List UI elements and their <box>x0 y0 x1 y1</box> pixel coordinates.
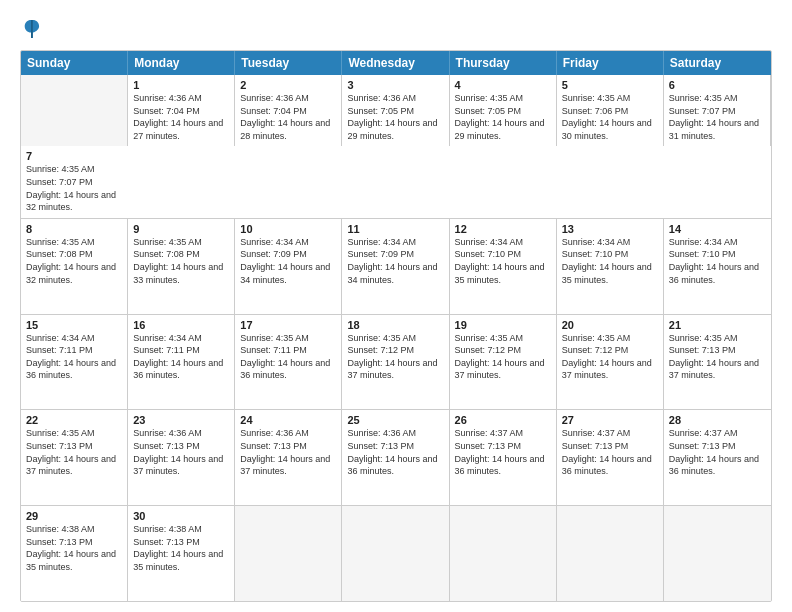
header-day-monday: Monday <box>128 51 235 75</box>
cell-info: Sunrise: 4:38 AMSunset: 7:13 PMDaylight:… <box>133 523 229 573</box>
day-number: 4 <box>455 79 551 91</box>
cal-cell-day-19: 19Sunrise: 4:35 AMSunset: 7:12 PMDayligh… <box>450 315 557 410</box>
cell-info: Sunrise: 4:37 AMSunset: 7:13 PMDaylight:… <box>562 427 658 477</box>
day-number: 16 <box>133 319 229 331</box>
cell-info: Sunrise: 4:37 AMSunset: 7:13 PMDaylight:… <box>669 427 766 477</box>
cal-cell-empty <box>342 506 449 601</box>
header <box>20 18 772 40</box>
cal-cell-day-27: 27Sunrise: 4:37 AMSunset: 7:13 PMDayligh… <box>557 410 664 505</box>
cell-info: Sunrise: 4:34 AMSunset: 7:11 PMDaylight:… <box>133 332 229 382</box>
cell-info: Sunrise: 4:35 AMSunset: 7:06 PMDaylight:… <box>562 92 658 142</box>
day-number: 3 <box>347 79 443 91</box>
cal-cell-empty <box>450 506 557 601</box>
day-number: 2 <box>240 79 336 91</box>
cal-cell-day-1: 1Sunrise: 4:36 AMSunset: 7:04 PMDaylight… <box>128 75 235 146</box>
calendar-row: 8Sunrise: 4:35 AMSunset: 7:08 PMDaylight… <box>21 219 771 315</box>
calendar-body: 1Sunrise: 4:36 AMSunset: 7:04 PMDaylight… <box>21 75 771 601</box>
cal-cell-empty <box>557 506 664 601</box>
day-number: 18 <box>347 319 443 331</box>
calendar-header: SundayMondayTuesdayWednesdayThursdayFrid… <box>21 51 771 75</box>
cal-cell-day-16: 16Sunrise: 4:34 AMSunset: 7:11 PMDayligh… <box>128 315 235 410</box>
cal-cell-day-9: 9Sunrise: 4:35 AMSunset: 7:08 PMDaylight… <box>128 219 235 314</box>
cal-cell-day-2: 2Sunrise: 4:36 AMSunset: 7:04 PMDaylight… <box>235 75 342 146</box>
cal-cell-day-3: 3Sunrise: 4:36 AMSunset: 7:05 PMDaylight… <box>342 75 449 146</box>
cal-cell-day-18: 18Sunrise: 4:35 AMSunset: 7:12 PMDayligh… <box>342 315 449 410</box>
day-number: 21 <box>669 319 766 331</box>
cal-cell-day-7: 7Sunrise: 4:35 AMSunset: 7:07 PMDaylight… <box>21 146 128 217</box>
cal-cell-day-11: 11Sunrise: 4:34 AMSunset: 7:09 PMDayligh… <box>342 219 449 314</box>
cal-cell-day-26: 26Sunrise: 4:37 AMSunset: 7:13 PMDayligh… <box>450 410 557 505</box>
day-number: 17 <box>240 319 336 331</box>
cal-cell-day-22: 22Sunrise: 4:35 AMSunset: 7:13 PMDayligh… <box>21 410 128 505</box>
day-number: 13 <box>562 223 658 235</box>
cal-cell-day-23: 23Sunrise: 4:36 AMSunset: 7:13 PMDayligh… <box>128 410 235 505</box>
cell-info: Sunrise: 4:36 AMSunset: 7:13 PMDaylight:… <box>133 427 229 477</box>
cal-cell-day-10: 10Sunrise: 4:34 AMSunset: 7:09 PMDayligh… <box>235 219 342 314</box>
cell-info: Sunrise: 4:35 AMSunset: 7:05 PMDaylight:… <box>455 92 551 142</box>
cell-info: Sunrise: 4:34 AMSunset: 7:10 PMDaylight:… <box>455 236 551 286</box>
day-number: 5 <box>562 79 658 91</box>
day-number: 24 <box>240 414 336 426</box>
cal-cell-day-14: 14Sunrise: 4:34 AMSunset: 7:10 PMDayligh… <box>664 219 771 314</box>
cal-cell-empty <box>235 506 342 601</box>
cal-cell-day-13: 13Sunrise: 4:34 AMSunset: 7:10 PMDayligh… <box>557 219 664 314</box>
cell-info: Sunrise: 4:35 AMSunset: 7:12 PMDaylight:… <box>347 332 443 382</box>
cell-info: Sunrise: 4:35 AMSunset: 7:08 PMDaylight:… <box>26 236 122 286</box>
day-number: 9 <box>133 223 229 235</box>
cell-info: Sunrise: 4:37 AMSunset: 7:13 PMDaylight:… <box>455 427 551 477</box>
cell-info: Sunrise: 4:36 AMSunset: 7:05 PMDaylight:… <box>347 92 443 142</box>
cal-cell-day-8: 8Sunrise: 4:35 AMSunset: 7:08 PMDaylight… <box>21 219 128 314</box>
logo-icon <box>22 18 40 40</box>
calendar-row: 22Sunrise: 4:35 AMSunset: 7:13 PMDayligh… <box>21 410 771 506</box>
cal-cell-day-6: 6Sunrise: 4:35 AMSunset: 7:07 PMDaylight… <box>664 75 771 146</box>
cell-info: Sunrise: 4:34 AMSunset: 7:09 PMDaylight:… <box>240 236 336 286</box>
cell-info: Sunrise: 4:35 AMSunset: 7:08 PMDaylight:… <box>133 236 229 286</box>
cal-cell-day-25: 25Sunrise: 4:36 AMSunset: 7:13 PMDayligh… <box>342 410 449 505</box>
day-number: 20 <box>562 319 658 331</box>
cal-cell-day-15: 15Sunrise: 4:34 AMSunset: 7:11 PMDayligh… <box>21 315 128 410</box>
day-number: 30 <box>133 510 229 522</box>
cell-info: Sunrise: 4:35 AMSunset: 7:07 PMDaylight:… <box>26 163 123 213</box>
header-day-saturday: Saturday <box>664 51 771 75</box>
day-number: 1 <box>133 79 229 91</box>
cal-cell-day-29: 29Sunrise: 4:38 AMSunset: 7:13 PMDayligh… <box>21 506 128 601</box>
day-number: 28 <box>669 414 766 426</box>
cal-cell-day-12: 12Sunrise: 4:34 AMSunset: 7:10 PMDayligh… <box>450 219 557 314</box>
cal-cell-day-4: 4Sunrise: 4:35 AMSunset: 7:05 PMDaylight… <box>450 75 557 146</box>
day-number: 6 <box>669 79 765 91</box>
calendar: SundayMondayTuesdayWednesdayThursdayFrid… <box>20 50 772 602</box>
day-number: 8 <box>26 223 122 235</box>
day-number: 14 <box>669 223 766 235</box>
cell-info: Sunrise: 4:36 AMSunset: 7:04 PMDaylight:… <box>133 92 229 142</box>
calendar-row: 15Sunrise: 4:34 AMSunset: 7:11 PMDayligh… <box>21 315 771 411</box>
cell-info: Sunrise: 4:35 AMSunset: 7:12 PMDaylight:… <box>562 332 658 382</box>
cell-info: Sunrise: 4:35 AMSunset: 7:11 PMDaylight:… <box>240 332 336 382</box>
day-number: 10 <box>240 223 336 235</box>
day-number: 25 <box>347 414 443 426</box>
cal-cell-day-20: 20Sunrise: 4:35 AMSunset: 7:12 PMDayligh… <box>557 315 664 410</box>
header-day-friday: Friday <box>557 51 664 75</box>
cal-cell-empty <box>21 75 128 146</box>
cal-cell-day-28: 28Sunrise: 4:37 AMSunset: 7:13 PMDayligh… <box>664 410 771 505</box>
logo <box>20 18 44 40</box>
header-day-thursday: Thursday <box>450 51 557 75</box>
cell-info: Sunrise: 4:35 AMSunset: 7:12 PMDaylight:… <box>455 332 551 382</box>
cell-info: Sunrise: 4:34 AMSunset: 7:10 PMDaylight:… <box>562 236 658 286</box>
calendar-row: 29Sunrise: 4:38 AMSunset: 7:13 PMDayligh… <box>21 506 771 601</box>
cal-cell-day-17: 17Sunrise: 4:35 AMSunset: 7:11 PMDayligh… <box>235 315 342 410</box>
cell-info: Sunrise: 4:35 AMSunset: 7:07 PMDaylight:… <box>669 92 765 142</box>
cal-cell-day-21: 21Sunrise: 4:35 AMSunset: 7:13 PMDayligh… <box>664 315 771 410</box>
cal-cell-empty <box>664 506 771 601</box>
page: SundayMondayTuesdayWednesdayThursdayFrid… <box>0 0 792 612</box>
cell-info: Sunrise: 4:35 AMSunset: 7:13 PMDaylight:… <box>669 332 766 382</box>
cell-info: Sunrise: 4:38 AMSunset: 7:13 PMDaylight:… <box>26 523 122 573</box>
cell-info: Sunrise: 4:35 AMSunset: 7:13 PMDaylight:… <box>26 427 122 477</box>
day-number: 15 <box>26 319 122 331</box>
day-number: 12 <box>455 223 551 235</box>
header-day-sunday: Sunday <box>21 51 128 75</box>
cell-info: Sunrise: 4:36 AMSunset: 7:13 PMDaylight:… <box>240 427 336 477</box>
cal-cell-day-24: 24Sunrise: 4:36 AMSunset: 7:13 PMDayligh… <box>235 410 342 505</box>
cell-info: Sunrise: 4:36 AMSunset: 7:04 PMDaylight:… <box>240 92 336 142</box>
cell-info: Sunrise: 4:34 AMSunset: 7:10 PMDaylight:… <box>669 236 766 286</box>
day-number: 23 <box>133 414 229 426</box>
